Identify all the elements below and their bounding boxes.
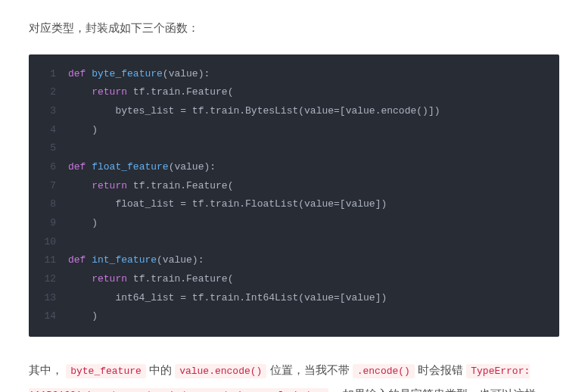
line-number: 13 (29, 289, 68, 308)
code-content: ) (68, 214, 559, 233)
code-line: 14 ) (29, 307, 559, 326)
code-line: 5 (29, 139, 559, 158)
line-number: 11 (29, 251, 68, 270)
code-content: int64_list = tf.train.Int64List(value=[v… (68, 289, 559, 308)
intro-text: 对应类型，封装成如下三个函数： (29, 18, 559, 38)
line-number: 10 (29, 233, 68, 252)
code-content: bytes_list = tf.train.BytesList(value=[v… (68, 102, 559, 121)
code-content: ) (68, 307, 559, 326)
code-content: return tf.train.Feature( (68, 83, 559, 102)
code-content: def byte_feature(value): (68, 65, 559, 84)
line-number: 3 (29, 102, 68, 121)
inline-code-byte-feature: byte_feature (66, 364, 146, 378)
code-line: 11def int_feature(value): (29, 251, 559, 270)
line-number: 4 (29, 121, 68, 140)
text: 时会报错 (418, 363, 466, 376)
code-line: 9 ) (29, 214, 559, 233)
code-content: return tf.train.Feature( (68, 177, 559, 196)
inline-code-value-encode: value.encode() (175, 364, 266, 378)
code-line: 8 float_list = tf.train.FloatList(value=… (29, 195, 559, 214)
code-content (68, 233, 559, 252)
line-number: 2 (29, 83, 68, 102)
code-line: 2 return tf.train.Feature( (29, 83, 559, 102)
code-line: 7 return tf.train.Feature( (29, 177, 559, 196)
line-number: 9 (29, 214, 68, 233)
line-number: 1 (29, 65, 68, 84)
explanation-paragraph: 其中， byte_feature 中的 value.encode() 位置，当我… (29, 358, 559, 392)
inline-code-encode: .encode() (353, 364, 415, 378)
line-number: 12 (29, 270, 68, 289)
text: 。如果输入的是字符串类型，也可以这样： (331, 387, 547, 392)
code-content: def int_feature(value): (68, 251, 559, 270)
code-line: 4 ) (29, 121, 559, 140)
code-content: return tf.train.Feature( (68, 270, 559, 289)
code-line: 13 int64_list = tf.train.Int64List(value… (29, 289, 559, 308)
line-number: 14 (29, 307, 68, 326)
line-number: 8 (29, 195, 68, 214)
code-line: 3 bytes_list = tf.train.BytesList(value=… (29, 102, 559, 121)
line-number: 7 (29, 177, 68, 196)
code-content: def float_feature(value): (68, 158, 559, 177)
text: 其中， (29, 363, 63, 376)
text: 中的 (149, 363, 175, 376)
code-line: 10 (29, 233, 559, 252)
line-number: 6 (29, 158, 68, 177)
code-line: 6def float_feature(value): (29, 158, 559, 177)
code-line: 1def byte_feature(value): (29, 65, 559, 84)
code-content: float_list = tf.train.FloatList(value=[v… (68, 195, 559, 214)
text: 位置，当我不带 (270, 363, 353, 376)
code-block: 1def byte_feature(value):2 return tf.tra… (29, 54, 559, 338)
code-content (68, 139, 559, 158)
code-line: 12 return tf.train.Feature( (29, 270, 559, 289)
code-content: ) (68, 121, 559, 140)
line-number: 5 (29, 139, 68, 158)
